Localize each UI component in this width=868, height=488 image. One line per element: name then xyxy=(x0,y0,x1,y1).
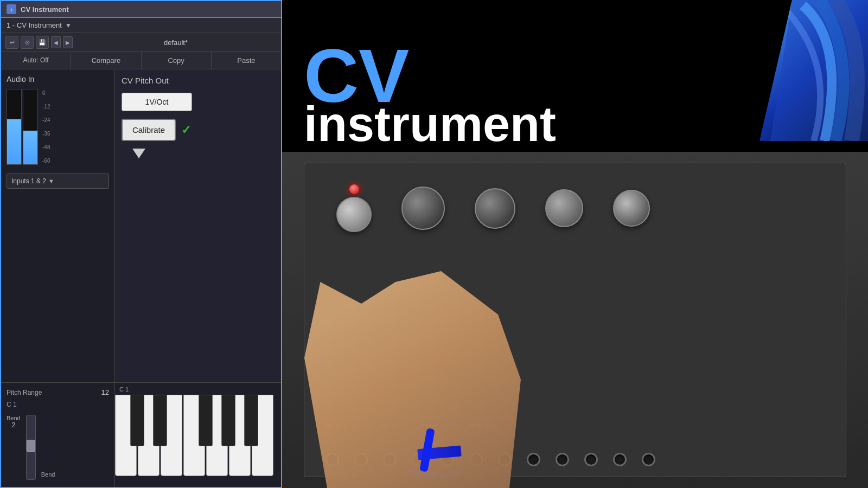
video-photo-area: FM BUS LIN EXPO MOD BUS xyxy=(282,152,868,488)
keyboard-note: C 1 xyxy=(7,401,109,408)
instrument-name: 1 - CV Instrument xyxy=(7,21,62,29)
audio-in-panel: Audio In 0 -12 -24 -36 -48 -60 xyxy=(1,69,115,382)
instrument-logo-text: instrument xyxy=(304,102,556,146)
piano-key-gs[interactable] xyxy=(221,395,235,446)
save-button[interactable]: 💾 xyxy=(36,36,49,49)
undo-button[interactable]: ↩ xyxy=(5,36,18,49)
video-thumbnail-panel: CV instrument xyxy=(282,0,868,488)
inputs-selector[interactable]: Inputs 1 & 2 ▼ xyxy=(7,174,109,189)
preset-actions-bar: Auto: Off Compare Copy Paste xyxy=(1,52,281,69)
main-content: Audio In 0 -12 -24 -36 -48 -60 xyxy=(1,69,281,382)
jack-8 xyxy=(527,453,540,466)
next-preset-button[interactable]: ▶ xyxy=(63,36,73,48)
audio-in-title: Audio In xyxy=(7,75,109,84)
meter-container: 0 -12 -24 -36 -48 -60 xyxy=(7,89,109,165)
volt-oct-button[interactable]: 1V/Oct xyxy=(122,93,192,111)
pitch-range-label: Pitch Range xyxy=(7,389,42,396)
jack-11 xyxy=(613,453,627,466)
title-bar: ♪ CV Instrument xyxy=(1,1,281,18)
led-indicator xyxy=(349,184,359,194)
compare-button[interactable]: Compare xyxy=(71,52,141,69)
copy-button[interactable]: Copy xyxy=(142,52,212,69)
cv-instrument-panel: ♪ CV Instrument 1 - CV Instrument ▼ ↩ ⊙ … xyxy=(0,0,282,488)
inputs-dropdown-arrow: ▼ xyxy=(48,178,54,184)
module-knob-1 xyxy=(336,197,372,232)
cv-pitch-title: CV Pitch Out xyxy=(122,76,275,85)
bend-label-group: Bend 2 xyxy=(7,415,21,429)
meter-fill-right xyxy=(23,131,37,164)
pitch-range-value: 12 xyxy=(101,388,109,396)
bend-slider-thumb[interactable] xyxy=(27,440,35,452)
meter-label-60: -60 xyxy=(42,158,50,164)
jack-10 xyxy=(584,453,598,466)
inputs-label: Inputs 1 & 2 xyxy=(11,177,46,185)
calibrate-row: Calibrate ✓ xyxy=(122,119,275,141)
module-knob-2 xyxy=(401,187,445,230)
meter-label-36: -36 xyxy=(42,131,50,137)
meter-label-48: -48 xyxy=(42,144,50,150)
knob-1 xyxy=(336,184,372,232)
preset-name: default* xyxy=(75,38,277,47)
bend-area: Bend 2 Bend xyxy=(7,415,109,480)
module-knob-3 xyxy=(475,188,515,229)
pitch-bend-panel: Pitch Range 12 C 1 Bend 2 Bend xyxy=(1,383,115,487)
meter-bar-right xyxy=(23,89,38,165)
piano-key-cs[interactable] xyxy=(130,395,144,446)
meter-scale: 0 -12 -24 -36 -48 -60 xyxy=(42,89,50,165)
toolbar: ↩ ⊙ 💾 ◀ ▶ default* xyxy=(1,33,281,52)
bend-top-label: Bend xyxy=(7,415,21,421)
logo-graphic xyxy=(760,0,868,141)
piano-key-as[interactable] xyxy=(244,395,258,446)
module-knob-5 xyxy=(613,190,650,227)
bend-slider[interactable] xyxy=(26,415,36,480)
bend-bottom-label: Bend xyxy=(41,471,55,480)
auto-off-button[interactable]: Auto: Off xyxy=(1,52,71,69)
title-bar-text: CV Instrument xyxy=(21,5,69,14)
calibrate-button[interactable]: Calibrate xyxy=(122,119,176,141)
calibrate-check-icon: ✓ xyxy=(181,123,191,137)
piano-key-ds[interactable] xyxy=(153,395,167,446)
jack-9 xyxy=(556,453,569,466)
logo-lines-svg xyxy=(760,0,868,141)
bend-value: 2 xyxy=(12,421,16,429)
video-banner: CV instrument xyxy=(282,0,868,152)
jack-12 xyxy=(642,453,655,466)
meter-bar-left xyxy=(7,89,22,165)
knobs-row xyxy=(336,184,650,232)
cursor-arrow-icon xyxy=(132,149,145,158)
piano-key-fs[interactable] xyxy=(199,395,213,446)
record-button[interactable]: ⊙ xyxy=(21,36,34,49)
pitch-range-row: Pitch Range 12 xyxy=(7,388,109,396)
piano-area: C 1 xyxy=(115,383,281,487)
meter-label-0: 0 xyxy=(42,90,50,96)
piano-keys xyxy=(115,395,281,487)
instrument-dropdown-arrow: ▼ xyxy=(65,22,72,29)
prev-preset-button[interactable]: ◀ xyxy=(51,36,61,48)
plugin-icon: ♪ xyxy=(7,4,16,14)
module-knob-4 xyxy=(545,189,583,227)
bottom-section: Pitch Range 12 C 1 Bend 2 Bend C 1 xyxy=(1,382,281,487)
piano-octave-label: C 1 xyxy=(115,386,281,393)
instrument-bar[interactable]: 1 - CV Instrument ▼ xyxy=(1,18,281,33)
meter-fill-left xyxy=(7,119,21,164)
meter-bars xyxy=(7,89,38,165)
meter-label-12: -12 xyxy=(42,104,50,110)
paste-button[interactable]: Paste xyxy=(212,52,281,69)
synth-photo: FM BUS LIN EXPO MOD BUS xyxy=(282,152,868,488)
meter-label-24: -24 xyxy=(42,117,50,123)
cv-pitch-panel: CV Pitch Out 1V/Oct Calibrate ✓ xyxy=(115,69,281,382)
